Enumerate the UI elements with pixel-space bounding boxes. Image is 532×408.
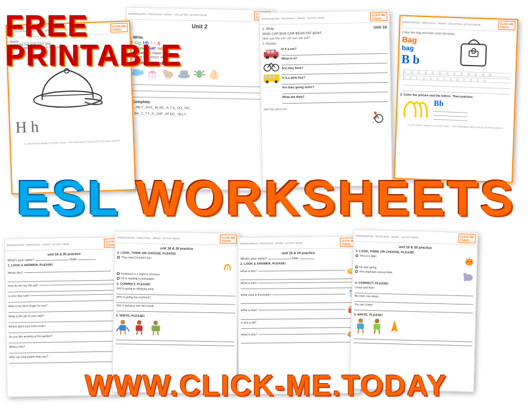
car-icon (262, 47, 279, 59)
svg-line-72 (466, 258, 467, 260)
b1-q3-line (24, 270, 111, 273)
insect-icon (193, 68, 206, 79)
bottom1-content: unit 16 & 20 practice What's your name? … (5, 249, 125, 366)
b1-q5-text: Is your dog cute? (8, 294, 29, 298)
bottom2-image1 (117, 260, 233, 273)
elephant-icon (462, 272, 474, 282)
svg-line-57 (137, 331, 137, 335)
b4-radio-3: This elephant cannot think. (355, 269, 474, 281)
svg-line-8 (155, 74, 156, 79)
bottom4-write-images (354, 317, 473, 336)
b3-q4-row: What is that? (240, 280, 356, 285)
bag-content: Color the bag and then color the letter … (397, 28, 517, 126)
svg-line-58 (141, 331, 142, 335)
b1-line3 (8, 297, 121, 302)
b3-q6: What is that? (241, 308, 257, 312)
b4-radio-circle-1 (355, 254, 358, 257)
svg-point-15 (197, 70, 202, 78)
svg-line-86 (374, 329, 375, 334)
printable-label: PRINTABLE (6, 41, 182, 70)
b3-q6-row: What is that? (241, 304, 357, 315)
b3-q4: What is that? (240, 281, 257, 285)
bb-large: Bb (433, 99, 468, 109)
bottom1-title: unit 16 & 20 practice (7, 251, 121, 256)
b3-q8-row: What is this? (241, 329, 357, 339)
b1-line1 (8, 277, 121, 282)
bottom3-title: unit 16 & 20 practice (240, 251, 356, 255)
b1-q4-text: How do we say this job? (8, 284, 39, 287)
radio-circle-3 (117, 277, 120, 280)
b3-line4 (241, 315, 357, 320)
bottom4-logo: CLICK-METODAY (458, 234, 476, 243)
b1-q4-line (40, 284, 121, 286)
b3-q8-line (258, 333, 346, 334)
b4-radio-circle-2 (355, 265, 358, 268)
bag-banana-section: Bb (399, 97, 512, 124)
svg-rect-32 (265, 76, 267, 79)
worksheets-label: WORKSHEETS (135, 170, 516, 226)
b1-q8: Where does your mom work? (8, 323, 122, 328)
svg-line-53 (120, 330, 121, 334)
svg-rect-43 (461, 44, 486, 66)
b3-q7: Is this a dill? (241, 320, 357, 324)
bottom1-meta: KINDERGARTEN · PRESCHOOL · INFANT · ACTI… (7, 242, 70, 246)
svg-rect-56 (135, 325, 142, 331)
radio-text-1: They went Donald's son. (121, 255, 152, 259)
card-bottom4: KINDERGARTEN · PRESCHOOL · INFANT · ACTI… (349, 229, 478, 392)
b4-radio-circle-3 (355, 270, 358, 273)
bottom4-meta: KINDERGARTEN · PRESCHOOL · INFANT · ACTI… (355, 234, 418, 239)
unit19-write: 1. Write. (262, 27, 275, 31)
b3-q3: What is this? (240, 269, 257, 273)
bag-bb-practice: Bb (433, 99, 468, 122)
bottom3-content: unit 16 & 20 practice What's your name? … (238, 248, 359, 346)
svg-rect-60 (151, 325, 160, 331)
bike-person-icon (368, 110, 389, 127)
svg-rect-24 (267, 50, 270, 53)
card-bag: KINDERGARTEN · PRESCHOOL · INFANT · THE … (394, 15, 518, 183)
unit19-subwords: How can the sun can sun can put? (262, 35, 387, 40)
svg-line-74 (471, 259, 472, 260)
svg-line-6 (149, 73, 150, 79)
svg-rect-85 (373, 324, 380, 329)
bottom2-content: unit 16 & 20 practice 2. LOOK, THINK OR … (113, 243, 239, 349)
free-printable-header: FREE PRINTABLE (6, 11, 182, 70)
b4-item2: He was going. (359, 265, 377, 269)
b1-q4: How do we say this job? (8, 282, 121, 287)
website-url[interactable]: WWW.CLICK-ME.TODAY (0, 368, 532, 402)
svg-point-84 (374, 319, 379, 323)
unit2-line2 (127, 87, 269, 93)
b1-q11: Who can sing louder than you? (9, 353, 122, 358)
bag-letter: B b (401, 52, 454, 68)
hat-card-letter: H h (12, 111, 130, 139)
bb-line3 (433, 117, 467, 121)
b1-q5-line (31, 294, 122, 296)
b3-line1 (240, 276, 356, 280)
svg-point-49 (121, 320, 125, 324)
unit2-line1 (127, 80, 269, 87)
url-text: WWW.CLICK-ME.TODAY (85, 369, 448, 402)
unit19-qa-section: Is it a car? What is it? Are they blue? … (281, 45, 388, 105)
bottom3-section1: 2. LOOK & ANSWER, PLEASE! (240, 261, 356, 265)
bag-logo: CLICK-METODAY (498, 21, 516, 31)
svg-rect-33 (269, 76, 271, 79)
unit19-images-col (262, 47, 280, 84)
radio-text-2: Fertilisers is a night in Grossen. (121, 272, 160, 276)
radio-circle-1 (117, 256, 120, 259)
b1-line4 (8, 307, 122, 312)
bottom1-name-row: What's your name? Date: (7, 256, 121, 261)
write-img-3 (148, 319, 163, 335)
b1-line7 (9, 338, 122, 343)
b4-write-img-3 (386, 319, 403, 335)
main-container: FREE PRINTABLE KINDERGARTEN · PRESCHOOL … (0, 0, 532, 408)
b1-q3-text: What's this? (8, 270, 23, 274)
svg-line-16 (194, 71, 197, 72)
svg-line-61 (153, 331, 154, 335)
b3-line2 (241, 285, 357, 289)
bottom3-meta: KINDERGARTEN · PRESCHOOL · INFANT · ACTI… (240, 241, 303, 244)
unit19-answer-label: 2. Answer. (262, 40, 387, 45)
unit19-title: Unit 19 (373, 25, 386, 29)
banana-icon (399, 97, 431, 121)
b3-q4-line (258, 282, 357, 284)
radio-item-3: He is reading a newspaper. (117, 276, 236, 282)
complete-item1: AS_ _ISK F_SH A_ M_KE_ H_T A_ DO_ DO_ (127, 105, 191, 110)
